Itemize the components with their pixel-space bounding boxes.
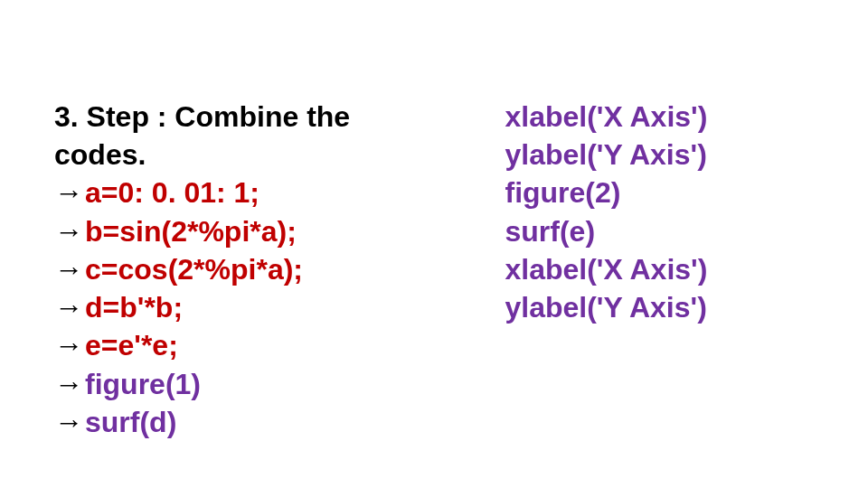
arrow-icon: → xyxy=(54,288,83,326)
code-text: xlabel('X Axis') xyxy=(505,98,814,136)
arrow-icon: → xyxy=(54,403,83,441)
left-column: 3. Step : Combine the codes. → a=0: 0. 0… xyxy=(54,98,414,441)
code-line: → e=e'*e; xyxy=(54,326,414,364)
code-line: → figure(1) xyxy=(54,365,414,403)
arrow-icon: → xyxy=(54,326,83,364)
code-text: a=0: 0. 01: 1; xyxy=(85,174,259,211)
slide: 3. Step : Combine the codes. → a=0: 0. 0… xyxy=(0,0,868,488)
code-text: figure(2) xyxy=(505,174,814,211)
code-line: → a=0: 0. 01: 1; xyxy=(54,174,414,211)
code-text: surf(e) xyxy=(505,212,814,250)
step-heading-line1: 3. Step : Combine the xyxy=(54,98,414,136)
arrow-icon: → xyxy=(54,365,83,403)
arrow-icon: → xyxy=(54,212,83,250)
step-heading-line2: codes. xyxy=(54,136,414,174)
arrow-icon: → xyxy=(54,174,83,211)
code-line: → b=sin(2*%pi*a); xyxy=(54,212,414,250)
code-text: b=sin(2*%pi*a); xyxy=(85,212,297,250)
arrow-icon: → xyxy=(54,250,83,288)
code-text: xlabel('X Axis') xyxy=(505,250,814,288)
code-line: → surf(d) xyxy=(54,403,414,441)
code-text: c=cos(2*%pi*a); xyxy=(85,250,303,288)
code-text: d=b'*b; xyxy=(85,288,183,326)
code-text: ylabel('Y Axis') xyxy=(505,136,814,174)
right-column: xlabel('X Axis') ylabel('Y Axis') figure… xyxy=(505,98,814,326)
code-text: e=e'*e; xyxy=(85,326,178,364)
code-line: → d=b'*b; xyxy=(54,288,414,326)
code-text: surf(d) xyxy=(85,403,176,441)
code-line: → c=cos(2*%pi*a); xyxy=(54,250,414,288)
code-text: ylabel('Y Axis') xyxy=(505,288,814,326)
code-text: figure(1) xyxy=(85,365,201,403)
